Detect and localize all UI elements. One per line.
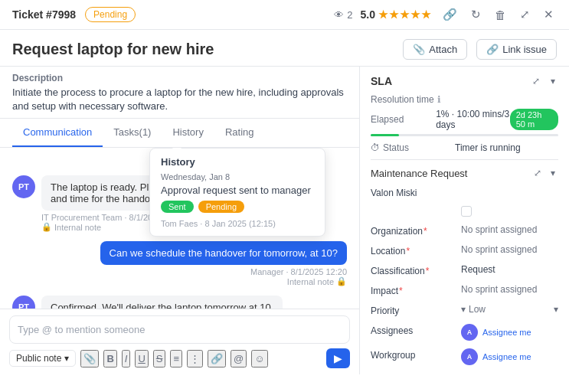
- close-icon[interactable]: ✕: [541, 6, 557, 23]
- ordered-list-icon[interactable]: ⋮: [187, 350, 203, 368]
- priority-row: Priority ▾ Low ▾: [371, 304, 558, 316]
- classification-label: Classification: [371, 264, 455, 276]
- fields-expand-icon[interactable]: ⤢: [531, 166, 544, 180]
- strikethrough-icon[interactable]: S: [153, 350, 166, 368]
- workgroup-value: A Assignee me: [461, 348, 531, 365]
- impact-value[interactable]: No sprint assigned: [461, 284, 558, 295]
- elapsed-label: Elapsed: [371, 114, 436, 125]
- location-value[interactable]: No sprint assigned: [461, 244, 558, 255]
- attach-button[interactable]: 📎 Attach: [403, 39, 467, 60]
- sent-content: Can we schedule the handover for tomorro…: [100, 241, 347, 286]
- history-tooltip: History Wednesday, Jan 8 Approval reques…: [149, 148, 325, 237]
- message-content-2: Confirmed. We'll deliver the laptop tomo…: [41, 296, 283, 309]
- message-bubble-2: Confirmed. We'll deliver the laptop tomo…: [41, 296, 283, 309]
- sla-progress-bar: [371, 134, 558, 136]
- classification-value[interactable]: Request: [461, 264, 558, 275]
- attach-toolbar-icon[interactable]: 📎: [80, 350, 99, 368]
- organization-value[interactable]: No sprint assigned: [461, 224, 558, 235]
- italic-icon[interactable]: I: [122, 350, 131, 368]
- workgroup-row: Workgroup A Assignee me: [371, 348, 558, 365]
- status-value: Timer is running: [455, 142, 521, 153]
- assignee-avatar: A: [461, 324, 478, 341]
- expand-icon[interactable]: ⤢: [517, 6, 533, 23]
- tab-history[interactable]: History: [162, 119, 214, 147]
- history-meta: Tom Faes · 8 Jan 2025 (12:15): [161, 219, 314, 228]
- sla-expand-icon[interactable]: ⤢: [529, 74, 543, 88]
- sent-bubble: Can we schedule the handover for tomorro…: [100, 241, 347, 265]
- history-status-row: Sent Pending: [161, 201, 314, 213]
- assignee-name[interactable]: Assignee me: [482, 328, 531, 337]
- classification-row: Classification Request: [371, 264, 558, 276]
- tab-communication[interactable]: Communication: [12, 119, 103, 147]
- priority-value[interactable]: ▾ Low ▾: [461, 304, 558, 315]
- history-event: Approval request sent to manager: [161, 185, 314, 196]
- fields-chevron-icon[interactable]: ▾: [548, 166, 558, 180]
- link-icon[interactable]: 🔗: [440, 6, 460, 23]
- delete-icon[interactable]: 🗑: [492, 7, 509, 23]
- eye-icon: 👁: [334, 9, 344, 21]
- elapsed-row: Elapsed 1% · 10:00 mins/3 days 2d 23h 50…: [371, 109, 558, 130]
- ticket-number: Ticket #7998: [12, 8, 76, 21]
- link-toolbar-icon[interactable]: 🔗: [208, 350, 226, 368]
- note-type-select[interactable]: Public note ▾: [9, 350, 76, 367]
- sla-title: SLA: [371, 75, 392, 87]
- paperclip-icon: 📎: [413, 44, 425, 55]
- message-row-sent: Can we schedule the handover for tomorro…: [12, 241, 347, 286]
- priority-end-chevron: ▾: [554, 304, 558, 315]
- priority-label: Priority: [371, 304, 455, 316]
- assignees-value: A Assignee me: [461, 324, 531, 341]
- sla-progress-fill: [371, 134, 399, 136]
- page-header: Ticket #7998 Pending 👁 2 5.0 ★★★★★ 🔗 ↻ 🗑…: [0, 0, 569, 30]
- viewer-count: 👁 2: [334, 9, 352, 21]
- description-area: Description Initiate the process to proc…: [0, 67, 359, 119]
- section-divider: [371, 159, 558, 160]
- input-row: Type @ to mention someone: [9, 315, 350, 344]
- emoji-icon[interactable]: ☺: [251, 350, 267, 368]
- status-badge[interactable]: Pending: [85, 7, 136, 22]
- message-input[interactable]: Type @ to mention someone: [18, 321, 342, 338]
- refresh-icon[interactable]: ↻: [468, 6, 484, 23]
- sla-controls: ⤢ ▾: [529, 74, 558, 88]
- impact-label: Impact: [371, 284, 455, 296]
- avatar-2: PT: [12, 296, 35, 309]
- sent-meta: Manager · 8/1/2025 12:20: [100, 267, 347, 276]
- avatar: PT: [12, 175, 35, 198]
- link-issue-button[interactable]: 🔗 Link issue: [476, 39, 557, 60]
- tabs-bar: Communication Tasks(1) History Rating: [0, 119, 359, 148]
- valon-label: Valon Miski: [371, 186, 455, 198]
- list-icon[interactable]: ≡: [170, 350, 182, 368]
- underline-icon[interactable]: U: [135, 350, 148, 368]
- workgroup-name[interactable]: Assignee me: [482, 352, 531, 361]
- sla-header: SLA ⤢ ▾: [371, 74, 558, 88]
- resolution-label: Resolution time ℹ: [371, 94, 455, 105]
- field-checkbox[interactable]: [461, 206, 472, 217]
- status-row: ⏱ Status Timer is running: [371, 142, 558, 153]
- sla-chevron-icon[interactable]: ▾: [548, 74, 558, 88]
- location-row: Location No sprint assigned: [371, 244, 558, 256]
- assignees-label: Assignees: [371, 324, 455, 336]
- tab-rating[interactable]: Rating: [214, 119, 265, 147]
- left-panel: Description Initiate the process to proc…: [0, 67, 360, 374]
- header-actions: 👁 2 5.0 ★★★★★ 🔗 ↻ 🗑 ⤢ ✕: [334, 6, 557, 23]
- message-row-2: PT Confirmed. We'll deliver the laptop t…: [12, 296, 347, 309]
- maintenance-label: Maintenance Request: [371, 168, 467, 179]
- clock-icon: ⏱: [371, 142, 380, 153]
- timer-badge: 2d 23h 50 m: [510, 109, 558, 130]
- fields-header: Maintenance Request ⤢ ▾: [371, 166, 558, 180]
- status-sent: Sent: [161, 201, 194, 213]
- rating-display: 5.0 ★★★★★: [361, 8, 432, 21]
- toolbar-row: Public note ▾ 📎 B I U S ≡ ⋮ 🔗 @ ☺ ▶: [9, 348, 350, 368]
- stars-icon: ★★★★★: [378, 8, 432, 21]
- tab-tasks[interactable]: Tasks(1): [103, 119, 162, 147]
- main-layout: Description Initiate the process to proc…: [0, 67, 569, 374]
- status-pending: Pending: [198, 201, 244, 213]
- resolution-row: Resolution time ℹ: [371, 94, 558, 105]
- tooltip-arrow: [172, 148, 182, 149]
- workgroup-avatar: A: [461, 348, 478, 365]
- history-date: Wednesday, Jan 8: [161, 172, 314, 181]
- bold-icon[interactable]: B: [103, 350, 116, 368]
- mention-icon[interactable]: @: [231, 350, 247, 368]
- elapsed-value: 1% · 10:00 mins/3 days: [436, 109, 510, 130]
- chat-area: TODAY PT The laptop is ready. Please let…: [0, 148, 359, 309]
- send-button[interactable]: ▶: [326, 348, 350, 368]
